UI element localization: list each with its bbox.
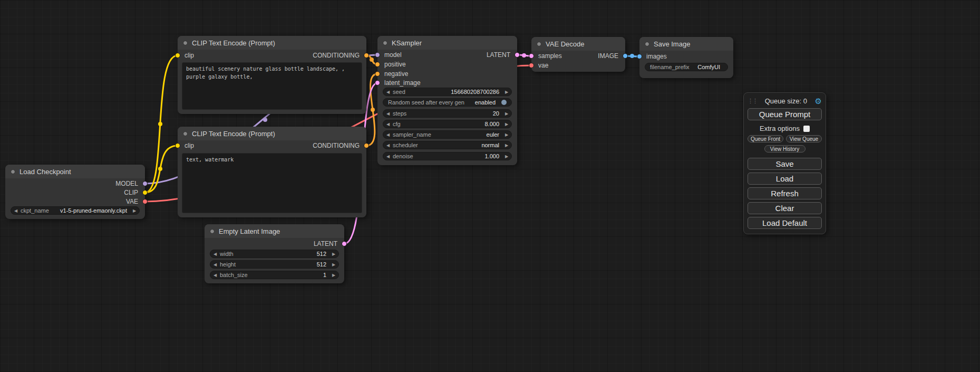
decrement-arrow-icon[interactable]: ◀	[210, 273, 220, 278]
collapse-dot-icon[interactable]	[183, 41, 188, 45]
input-dot-vae[interactable]	[529, 63, 534, 68]
widget-scheduler[interactable]: ◀ scheduler normal ▶	[383, 141, 512, 149]
decrement-arrow-icon[interactable]: ◀	[383, 122, 393, 127]
node-title-bar[interactable]: CLIP Text Encode (Prompt)	[178, 36, 366, 50]
output-slot-vae: VAE	[5, 198, 145, 205]
widget-height[interactable]: ◀ height 512 ▶	[210, 260, 339, 269]
widget-cfg[interactable]: ◀ cfg 8.000 ▶	[383, 120, 512, 128]
node-ksampler[interactable]: KSampler model LATENT positive negative …	[377, 36, 517, 165]
decrement-arrow-icon[interactable]: ◀	[210, 262, 220, 267]
widget-value: ComfyUI	[690, 64, 723, 70]
widget-denoise[interactable]: ◀ denoise 1.000 ▶	[383, 152, 512, 160]
output-dot-latent[interactable]	[342, 241, 347, 246]
slot-label: CLIP	[124, 189, 138, 196]
increment-arrow-icon[interactable]: ▶	[502, 143, 511, 148]
refresh-button[interactable]: Refresh	[748, 187, 822, 199]
output-dot-image[interactable]	[623, 53, 628, 59]
output-dot-model[interactable]	[142, 181, 148, 186]
decrement-arrow-icon[interactable]: ◀	[383, 90, 393, 94]
output-dot-conditioning[interactable]	[364, 53, 369, 58]
widget-seed[interactable]: ◀ seed 156680208700286 ▶	[383, 88, 512, 96]
widget-width[interactable]: ◀ width 512 ▶	[210, 250, 339, 258]
widget-filename-prefix[interactable]: filename_prefix ComfyUI	[645, 63, 728, 71]
output-dot-conditioning[interactable]	[364, 143, 369, 148]
decrement-arrow-icon[interactable]: ◀	[210, 252, 220, 256]
slot-label: positive	[384, 61, 406, 68]
slot-label: latent_image	[384, 79, 421, 87]
node-title-bar[interactable]: KSampler	[377, 36, 517, 50]
collapse-dot-icon[interactable]	[210, 229, 215, 234]
clear-button[interactable]: Clear	[748, 202, 822, 214]
view-queue-button[interactable]: View Queue	[786, 135, 822, 142]
node-clip-text-encode-positive[interactable]: CLIP Text Encode (Prompt) clip CONDITION…	[178, 36, 366, 114]
queue-prompt-button[interactable]: Queue Prompt	[748, 108, 822, 120]
node-empty-latent-image[interactable]: Empty Latent Image LATENT ◀ width 512 ▶ …	[205, 224, 344, 283]
increment-arrow-icon[interactable]: ▶	[502, 111, 511, 116]
extra-options-checkbox[interactable]	[803, 126, 810, 132]
node-title: Save Image	[654, 40, 690, 48]
node-vae-decode[interactable]: VAE Decode samples IMAGE vae	[531, 37, 625, 72]
input-dot-latent-image[interactable]	[375, 80, 380, 85]
collapse-dot-icon[interactable]	[11, 169, 15, 174]
output-dot-latent[interactable]	[515, 52, 520, 58]
input-dot-images[interactable]	[637, 54, 642, 59]
increment-arrow-icon[interactable]: ▶	[329, 273, 338, 278]
increment-arrow-icon[interactable]: ▶	[329, 252, 338, 256]
increment-arrow-icon[interactable]: ▶	[502, 122, 511, 127]
prompt-textarea[interactable]: text, watermark	[182, 153, 362, 213]
node-title-bar[interactable]: Save Image	[639, 37, 733, 51]
node-save-image[interactable]: Save Image images filename_prefix ComfyU…	[639, 37, 733, 78]
input-dot-model[interactable]	[375, 52, 380, 58]
node-clip-text-encode-negative[interactable]: CLIP Text Encode (Prompt) clip CONDITION…	[178, 127, 366, 217]
slot-label: LATENT	[487, 51, 510, 59]
collapse-dot-icon[interactable]	[537, 42, 541, 46]
prompt-textarea[interactable]: beautiful scenery nature glass bottle la…	[182, 62, 362, 110]
output-dot-vae[interactable]	[142, 199, 148, 204]
widget-label: seed	[393, 89, 405, 95]
widget-batch-size[interactable]: ◀ batch_size 1 ▶	[210, 271, 339, 279]
collapse-dot-icon[interactable]	[645, 42, 649, 46]
increment-arrow-icon[interactable]: ▶	[502, 132, 511, 137]
widget-steps[interactable]: ◀ steps 20 ▶	[383, 109, 512, 118]
increment-arrow-icon[interactable]: ▶	[502, 90, 511, 94]
view-history-button[interactable]: View History	[764, 145, 806, 152]
input-dot-samples[interactable]	[529, 53, 534, 59]
widget-sampler-name[interactable]: ◀ sampler_name euler ▶	[383, 130, 512, 139]
input-slot-images: images	[639, 53, 733, 60]
node-title-bar[interactable]: Empty Latent Image	[205, 224, 344, 238]
widget-ckpt-name[interactable]: ◀ ckpt_name v1-5-pruned-emaonly.ckpt ▶	[11, 206, 140, 215]
decrement-arrow-icon[interactable]: ◀	[383, 111, 393, 116]
collapse-dot-icon[interactable]	[183, 131, 188, 136]
decrement-arrow-icon[interactable]: ◀	[383, 154, 393, 159]
increment-arrow-icon[interactable]: ▶	[329, 262, 338, 267]
load-default-button[interactable]: Load Default	[748, 217, 822, 229]
link-midpoint-dot	[630, 54, 634, 58]
decrement-arrow-icon[interactable]: ◀	[11, 208, 21, 213]
widget-label: height	[220, 261, 236, 268]
increment-arrow-icon[interactable]: ▶	[502, 154, 511, 159]
node-load-checkpoint[interactable]: Load Checkpoint MODEL CLIP VAE ◀ ckpt_na…	[5, 165, 145, 219]
toggle-dot-icon[interactable]	[501, 100, 507, 105]
settings-gear-icon[interactable]: ⚙	[815, 97, 822, 105]
node-title-bar[interactable]: Load Checkpoint	[5, 165, 145, 178]
collapse-dot-icon[interactable]	[383, 41, 387, 45]
drag-handle-icon[interactable]: ⋮⋮	[748, 98, 757, 104]
decrement-arrow-icon[interactable]: ◀	[383, 143, 393, 148]
input-dot-clip[interactable]	[175, 143, 180, 148]
output-dot-clip[interactable]	[142, 190, 148, 195]
decrement-arrow-icon[interactable]: ◀	[383, 132, 393, 137]
save-button[interactable]: Save	[748, 158, 822, 170]
increment-arrow-icon[interactable]: ▶	[130, 208, 139, 213]
slot-row-clip-conditioning: clip CONDITIONING	[178, 52, 366, 59]
node-title-bar[interactable]: CLIP Text Encode (Prompt)	[178, 127, 366, 140]
queue-front-button[interactable]: Queue Front	[748, 135, 783, 142]
load-button[interactable]: Load	[748, 173, 822, 185]
input-dot-negative[interactable]	[375, 71, 380, 77]
widget-label: cfg	[393, 121, 401, 127]
widget-random-seed-toggle[interactable]: Random seed after every gen enabled	[383, 98, 512, 107]
node-graph-canvas[interactable]: Load Checkpoint MODEL CLIP VAE ◀ ckpt_na…	[0, 0, 980, 372]
node-title-bar[interactable]: VAE Decode	[531, 37, 625, 51]
widget-label: Random seed after every gen	[388, 99, 464, 106]
input-dot-positive[interactable]	[375, 62, 380, 67]
input-dot-clip[interactable]	[175, 53, 180, 58]
